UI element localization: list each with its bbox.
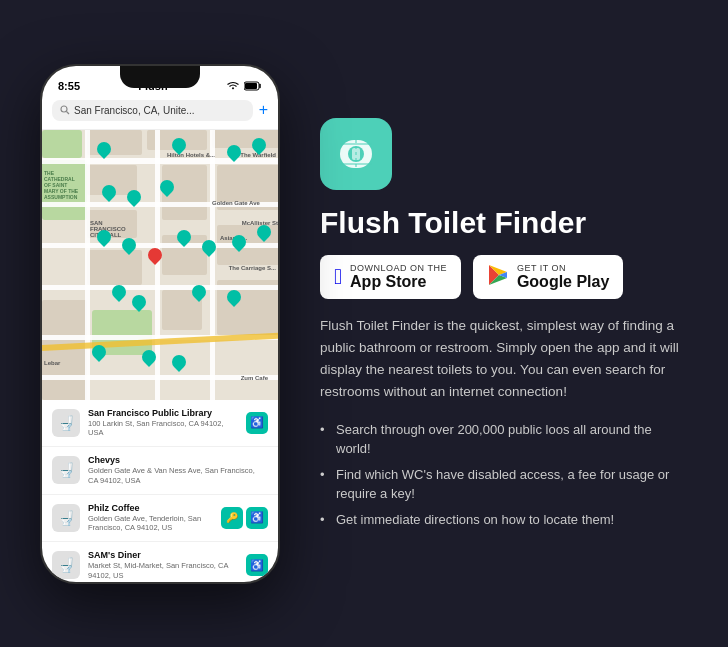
svg-point-2: [61, 106, 67, 112]
list-sub-chevys: Golden Gate Ave & Van Ness Ave, San Fran…: [88, 466, 260, 486]
map-road-h1: [42, 158, 278, 164]
feature-item-1: Search through over 200,000 public loos …: [320, 420, 680, 459]
map-pin-11: [202, 240, 216, 256]
list-icon-philz: 🚽: [52, 504, 80, 532]
list-sub-sams: Market St, Mid-Market, San Francisco, CA…: [88, 561, 238, 581]
list-sub-library: 100 Larkin St, San Francisco, CA 94102, …: [88, 419, 238, 439]
list-text-sams: SAM's Diner Market St, Mid-Market, San F…: [88, 550, 238, 581]
map-pin-17: [227, 290, 241, 306]
list-icon-library: 🚽: [52, 409, 80, 437]
list-title-philz: Philz Coffee: [88, 503, 213, 513]
app-title: Flush Toilet Finder: [320, 206, 688, 239]
google-play-text: GET IT ON Google Play: [517, 263, 609, 291]
page-container: 8:55 Flush: [0, 0, 728, 647]
list-text-chevys: Chevys Golden Gate Ave & Van Ness Ave, S…: [88, 455, 260, 486]
map-pin-18: [92, 345, 106, 361]
appstore-sub: Download on the: [350, 263, 447, 273]
battery-icon: [244, 81, 262, 91]
map-pin-selected: [148, 248, 162, 264]
map-road-h4: [42, 285, 278, 290]
feature-item-3: Get immediate directions on how to locat…: [320, 510, 680, 530]
list-text-philz: Philz Coffee Golden Gate Ave, Tenderloin…: [88, 503, 213, 534]
appstore-main: App Store: [350, 273, 447, 291]
list-item-sams[interactable]: 🚽 SAM's Diner Market St, Mid-Market, San…: [42, 542, 278, 582]
google-play-icon: [487, 264, 509, 290]
map-pin-8: [97, 230, 111, 246]
apple-icon: : [334, 266, 342, 288]
map-pin-19: [142, 350, 156, 366]
phone-map: THECATHEDRALOF SAINTMARY OF THEASSUMPTIO…: [42, 130, 278, 400]
google-play-button[interactable]: GET IT ON Google Play: [473, 255, 623, 299]
wifi-icon: [226, 81, 240, 91]
list-sub-philz: Golden Gate Ave, Tenderloin, San Francis…: [88, 514, 213, 534]
appstore-button[interactable]:  Download on the App Store: [320, 255, 461, 299]
map-block-6: [87, 250, 142, 285]
app-description: Flush Toilet Finder is the quickest, sim…: [320, 315, 680, 404]
phone-mockup: 8:55 Flush: [40, 64, 280, 584]
list-title-chevys: Chevys: [88, 455, 260, 465]
list-badges-sams: ♿: [246, 554, 268, 576]
appstore-text: Download on the App Store: [350, 263, 447, 291]
map-pin-6: [127, 190, 141, 206]
map-label-lebar: Lebar: [44, 360, 60, 366]
toilet-roll-icon: [334, 132, 378, 176]
list-item-philz[interactable]: 🚽 Philz Coffee Golden Gate Ave, Tenderlo…: [42, 495, 278, 543]
list-item-chevys[interactable]: 🚽 Chevys Golden Gate Ave & Van Ness Ave,…: [42, 447, 278, 495]
search-icon: [60, 105, 70, 115]
list-icon-chevys: 🚽: [52, 456, 80, 484]
phone-results-list: 🚽 San Francisco Public Library 100 Larki…: [42, 400, 278, 582]
badge-accessible-sams: ♿: [246, 554, 268, 576]
badge-accessible-library: ♿: [246, 412, 268, 434]
svg-rect-1: [245, 83, 257, 89]
map-pin-2: [172, 138, 186, 154]
feature-item-2: Find which WC's have disabled access, a …: [320, 465, 680, 504]
map-pin-12: [232, 235, 246, 251]
map-pin-4: [252, 138, 266, 154]
list-title-library: San Francisco Public Library: [88, 408, 238, 418]
list-title-sams: SAM's Diner: [88, 550, 238, 560]
badge-accessible-philz: ♿: [246, 507, 268, 529]
map-pin-1: [97, 142, 111, 158]
phone-notch: [120, 66, 200, 88]
map-pin-15: [132, 295, 146, 311]
map-block-1: [87, 130, 142, 155]
badge-key-philz: 🔑: [221, 507, 243, 529]
map-pin-14: [112, 285, 126, 301]
map-block-3: [212, 130, 278, 148]
svg-line-3: [67, 112, 70, 115]
map-label-cathedral: THECATHEDRALOF SAINTMARY OF THEASSUMPTIO…: [44, 170, 78, 200]
add-location-button[interactable]: +: [259, 101, 268, 119]
map-label-goldengate: Golden Gate Ave: [212, 200, 260, 206]
list-badges-philz: 🔑 ♿: [221, 507, 268, 529]
status-icons: [226, 81, 262, 91]
features-list: Search through over 200,000 public loos …: [320, 420, 688, 530]
map-pin-20: [172, 355, 186, 371]
app-icon: [320, 118, 392, 190]
map-label-carriage: The Carriage S...: [229, 265, 276, 271]
google-play-main: Google Play: [517, 273, 609, 291]
map-pin-10: [177, 230, 191, 246]
map-pin-5: [102, 185, 116, 201]
map-park-2: [42, 130, 82, 158]
map-pin-3: [227, 145, 241, 161]
phone-search-bar: San Francisco, CA, Unite... +: [42, 96, 278, 130]
status-time: 8:55: [58, 80, 80, 92]
map-pin-13: [257, 225, 271, 241]
map-pin-16: [192, 285, 206, 301]
list-badges-library: ♿: [246, 412, 268, 434]
store-buttons:  Download on the App Store GET IT O: [320, 255, 688, 299]
map-road-v1: [85, 130, 90, 400]
search-input-mock[interactable]: San Francisco, CA, Unite...: [52, 100, 253, 121]
google-play-sub: GET IT ON: [517, 263, 609, 273]
map-road-v3: [210, 130, 215, 400]
search-text: San Francisco, CA, Unite...: [74, 105, 195, 116]
list-icon-sams: 🚽: [52, 551, 80, 579]
list-text-library: San Francisco Public Library 100 Larkin …: [88, 408, 238, 439]
list-item-library[interactable]: 🚽 San Francisco Public Library 100 Larki…: [42, 400, 278, 448]
right-panel: Flush Toilet Finder  Download on the Ap…: [320, 118, 688, 529]
map-pin-9: [122, 238, 136, 254]
map-label-zumcafe: Zum Cafe: [241, 375, 268, 381]
map-pin-7: [160, 180, 174, 196]
